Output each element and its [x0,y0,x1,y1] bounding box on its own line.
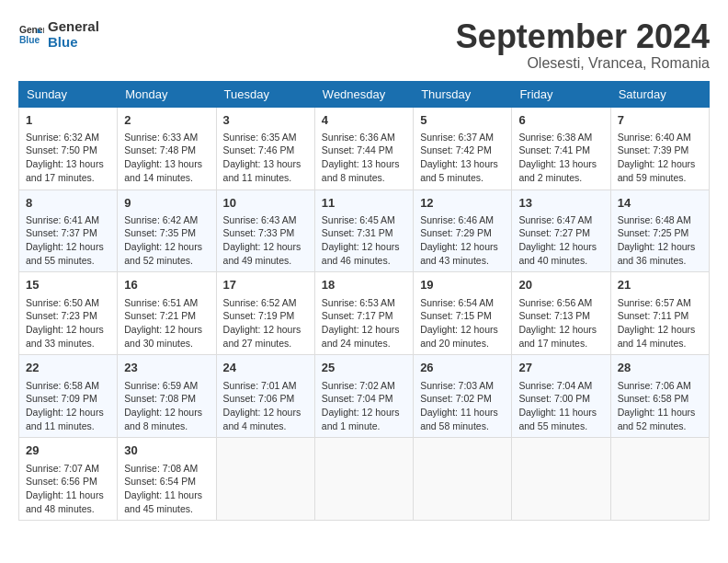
day-info: Sunrise: 7:04 AM Sunset: 7:00 PM Dayligh… [518,379,603,433]
calendar-cell: 20Sunrise: 6:56 AM Sunset: 7:13 PM Dayli… [512,272,610,355]
calendar-cell [512,438,610,521]
day-info: Sunrise: 6:56 AM Sunset: 7:13 PM Dayligh… [518,296,603,350]
calendar-cell: 23Sunrise: 6:59 AM Sunset: 7:08 PM Dayli… [118,355,216,438]
day-info: Sunrise: 7:01 AM Sunset: 7:06 PM Dayligh… [223,379,308,433]
day-number: 22 [26,360,110,376]
day-number: 24 [223,360,308,376]
calendar-cell: 7Sunrise: 6:40 AM Sunset: 7:39 PM Daylig… [610,107,709,190]
calendar-cell: 30Sunrise: 7:08 AM Sunset: 6:54 PM Dayli… [118,438,216,521]
day-info: Sunrise: 6:40 AM Sunset: 7:39 PM Dayligh… [618,131,702,185]
day-info: Sunrise: 6:36 AM Sunset: 7:44 PM Dayligh… [322,131,406,185]
calendar-cell [610,438,709,521]
day-number: 20 [518,277,603,293]
calendar-cell: 19Sunrise: 6:54 AM Sunset: 7:15 PM Dayli… [414,272,512,355]
calendar-cell: 3Sunrise: 6:35 AM Sunset: 7:46 PM Daylig… [216,107,314,190]
day-info: Sunrise: 7:03 AM Sunset: 7:02 PM Dayligh… [420,379,505,433]
calendar-cell: 26Sunrise: 7:03 AM Sunset: 7:02 PM Dayli… [414,355,512,438]
day-number: 13 [518,195,603,212]
day-number: 7 [618,112,702,129]
column-header-sunday: Sunday [19,81,118,107]
day-number: 11 [322,195,406,212]
column-header-thursday: Thursday [414,81,512,107]
day-number: 19 [420,277,505,293]
calendar-week-5: 29Sunrise: 7:07 AM Sunset: 6:56 PM Dayli… [19,438,710,521]
calendar-header-row: SundayMondayTuesdayWednesdayThursdayFrid… [19,81,710,107]
day-number: 29 [26,442,110,459]
calendar-cell: 6Sunrise: 6:38 AM Sunset: 7:41 PM Daylig… [512,107,610,190]
calendar-week-2: 8Sunrise: 6:41 AM Sunset: 7:37 PM Daylig… [19,190,710,272]
column-header-saturday: Saturday [610,81,709,107]
day-number: 15 [26,277,110,293]
day-info: Sunrise: 6:53 AM Sunset: 7:17 PM Dayligh… [322,296,406,350]
calendar-cell: 27Sunrise: 7:04 AM Sunset: 7:00 PM Dayli… [512,355,610,438]
day-number: 16 [124,277,209,293]
day-info: Sunrise: 7:07 AM Sunset: 6:56 PM Dayligh… [26,462,110,516]
day-info: Sunrise: 6:46 AM Sunset: 7:29 PM Dayligh… [420,213,505,268]
day-number: 23 [124,360,209,376]
day-info: Sunrise: 6:47 AM Sunset: 7:27 PM Dayligh… [518,213,603,268]
calendar-cell: 11Sunrise: 6:45 AM Sunset: 7:31 PM Dayli… [314,190,413,272]
logo: General Blue General Blue [18,18,99,50]
calendar-cell: 12Sunrise: 6:46 AM Sunset: 7:29 PM Dayli… [414,190,512,272]
calendar-cell: 25Sunrise: 7:02 AM Sunset: 7:04 PM Dayli… [314,355,413,438]
calendar-week-4: 22Sunrise: 6:58 AM Sunset: 7:09 PM Dayli… [19,355,710,438]
calendar-cell [216,438,314,521]
location-subtitle: Olesesti, Vrancea, Romania [456,55,710,72]
calendar-cell: 15Sunrise: 6:50 AM Sunset: 7:23 PM Dayli… [19,272,118,355]
calendar-cell: 14Sunrise: 6:48 AM Sunset: 7:25 PM Dayli… [610,190,709,272]
calendar-cell: 18Sunrise: 6:53 AM Sunset: 7:17 PM Dayli… [314,272,413,355]
calendar-table: SundayMondayTuesdayWednesdayThursdayFrid… [18,81,710,522]
day-info: Sunrise: 6:38 AM Sunset: 7:41 PM Dayligh… [518,131,603,185]
calendar-cell: 17Sunrise: 6:52 AM Sunset: 7:19 PM Dayli… [216,272,314,355]
page-header: General Blue General Blue September 2024… [18,18,710,72]
column-header-wednesday: Wednesday [314,81,413,107]
calendar-cell: 21Sunrise: 6:57 AM Sunset: 7:11 PM Dayli… [610,272,709,355]
column-header-tuesday: Tuesday [216,81,314,107]
day-info: Sunrise: 6:45 AM Sunset: 7:31 PM Dayligh… [322,213,406,268]
logo-general: General [48,18,99,34]
day-number: 18 [322,277,406,293]
calendar-cell [314,438,413,521]
day-number: 8 [26,195,110,212]
day-number: 1 [26,112,110,129]
day-number: 27 [518,360,603,376]
day-number: 25 [322,360,406,376]
calendar-cell: 16Sunrise: 6:51 AM Sunset: 7:21 PM Dayli… [118,272,216,355]
day-info: Sunrise: 6:57 AM Sunset: 7:11 PM Dayligh… [618,296,702,350]
calendar-cell: 8Sunrise: 6:41 AM Sunset: 7:37 PM Daylig… [19,190,118,272]
day-info: Sunrise: 6:50 AM Sunset: 7:23 PM Dayligh… [26,296,110,350]
column-header-monday: Monday [118,81,216,107]
title-section: September 2024 Olesesti, Vrancea, Romani… [456,18,710,72]
day-info: Sunrise: 6:32 AM Sunset: 7:50 PM Dayligh… [26,131,110,185]
day-info: Sunrise: 6:48 AM Sunset: 7:25 PM Dayligh… [618,213,702,268]
calendar-cell: 29Sunrise: 7:07 AM Sunset: 6:56 PM Dayli… [19,438,118,521]
calendar-cell: 13Sunrise: 6:47 AM Sunset: 7:27 PM Dayli… [512,190,610,272]
day-number: 6 [518,112,603,129]
day-info: Sunrise: 7:02 AM Sunset: 7:04 PM Dayligh… [322,379,406,433]
day-info: Sunrise: 6:37 AM Sunset: 7:42 PM Dayligh… [420,131,505,185]
day-number: 14 [618,195,702,212]
day-number: 4 [322,112,406,129]
calendar-cell: 28Sunrise: 7:06 AM Sunset: 6:58 PM Dayli… [610,355,709,438]
day-number: 26 [420,360,505,376]
day-number: 12 [420,195,505,212]
calendar-cell: 2Sunrise: 6:33 AM Sunset: 7:48 PM Daylig… [118,107,216,190]
calendar-cell [414,438,512,521]
day-number: 5 [420,112,505,129]
calendar-cell: 10Sunrise: 6:43 AM Sunset: 7:33 PM Dayli… [216,190,314,272]
calendar-cell: 5Sunrise: 6:37 AM Sunset: 7:42 PM Daylig… [414,107,512,190]
day-number: 28 [618,360,702,376]
svg-text:General: General [19,25,44,35]
day-info: Sunrise: 6:58 AM Sunset: 7:09 PM Dayligh… [26,379,110,433]
calendar-cell: 4Sunrise: 6:36 AM Sunset: 7:44 PM Daylig… [314,107,413,190]
calendar-cell: 22Sunrise: 6:58 AM Sunset: 7:09 PM Dayli… [19,355,118,438]
day-info: Sunrise: 6:41 AM Sunset: 7:37 PM Dayligh… [26,213,110,268]
day-number: 21 [618,277,702,293]
month-title: September 2024 [456,18,710,55]
calendar-week-3: 15Sunrise: 6:50 AM Sunset: 7:23 PM Dayli… [19,272,710,355]
day-number: 3 [223,112,308,129]
column-header-friday: Friday [512,81,610,107]
day-info: Sunrise: 6:43 AM Sunset: 7:33 PM Dayligh… [223,213,308,268]
day-number: 10 [223,195,308,212]
day-number: 30 [124,442,209,459]
